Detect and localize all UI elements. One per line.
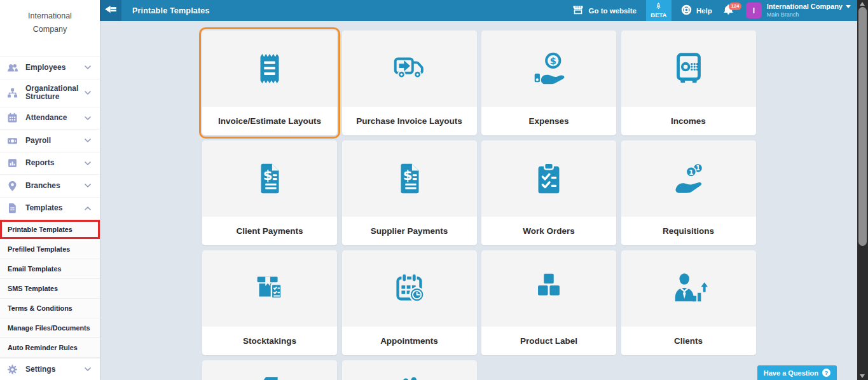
rocket-icon <box>655 3 662 11</box>
sidebar-subitem-label: Printable Templates <box>8 226 72 233</box>
sidebar-item-organizational-structure[interactable]: Organizational Structure <box>0 79 100 107</box>
card-label: Stocktakings <box>202 327 337 355</box>
sidebar-item-attendance[interactable]: Attendance <box>0 107 100 130</box>
logo-line2: Company <box>0 23 100 36</box>
sidebar-subitem-label: Manage Files/Documents <box>8 324 90 332</box>
sidebar-item-branches[interactable]: Branches <box>0 174 100 197</box>
question-mark-icon: ? <box>822 369 830 377</box>
card-invoice-estimate-layouts[interactable]: Invoice/Estimate Layouts <box>202 31 337 135</box>
delivery-truck-icon <box>342 31 477 107</box>
card-label: Clients <box>621 327 756 355</box>
have-a-question-button[interactable]: Have a Question ? <box>757 365 837 380</box>
sidebar-item-label: Settings <box>25 365 85 374</box>
sidebar-subitem-label: SMS Templates <box>8 285 58 292</box>
hand-coin-icon: $ <box>481 31 616 107</box>
scrollbar-thumb[interactable] <box>858 7 867 246</box>
sidebar-item-label: Employees <box>25 64 85 72</box>
calendar-clock-icon <box>342 250 477 327</box>
sidebar-subitem-label: Terms & Conditions <box>8 304 72 312</box>
svg-text:1: 1 <box>689 168 693 177</box>
company-name-label: International Company <box>767 3 843 11</box>
card-requisitions[interactable]: 11Requisitions <box>621 140 756 245</box>
notifications-button[interactable]: 124 <box>723 4 734 17</box>
templates-submenu: Printable TemplatesPrefilled TemplatesEm… <box>0 219 100 358</box>
collapse-arrow-icon <box>104 4 118 17</box>
sidebar-subitem-label: Auto Reminder Rules <box>8 344 78 351</box>
card-label: Appointments <box>342 327 477 355</box>
card-incomes[interactable]: Incomes <box>621 31 756 135</box>
company-dropdown[interactable]: International Company Main Branch <box>767 3 851 18</box>
chevron-down-icon <box>85 139 91 142</box>
scrollbar-down-arrow[interactable] <box>860 374 865 378</box>
sidebar-item-settings[interactable]: Settings <box>0 358 100 380</box>
chevron-down-icon <box>846 5 851 8</box>
logo-line1: International <box>0 10 100 23</box>
partial-shape-icon <box>202 360 337 380</box>
sidebar-item-reports[interactable]: Reports <box>0 152 100 175</box>
card-work-orders[interactable]: Work Orders <box>481 140 616 245</box>
card-appointments[interactable]: Appointments <box>342 250 477 355</box>
chevron-down-icon <box>85 161 91 165</box>
have-a-question-label: Have a Question <box>764 369 818 377</box>
avatar[interactable]: I <box>746 3 762 18</box>
sidebar: International Company EmployeesOrganizat… <box>0 0 100 380</box>
sidebar-item-templates[interactable]: Templates <box>0 197 100 220</box>
card-product-label[interactable]: Product Label <box>481 250 616 355</box>
payroll-icon <box>6 135 18 146</box>
sidebar-item-label: Organizational Structure <box>25 85 85 101</box>
card-supplier-payments[interactable]: $Supplier Payments <box>342 140 477 245</box>
beta-label: BETA <box>651 11 666 18</box>
sidebar-subitem-printable-templates[interactable]: Printable Templates <box>0 220 100 240</box>
gear-icon <box>6 364 18 375</box>
main-area: Printable Templates Go to website BETA <box>100 0 857 380</box>
card-expenses[interactable]: $Expenses <box>481 31 616 135</box>
card-purchase-invoice-layouts[interactable]: Purchase Invoice Layouts <box>342 31 477 135</box>
storefront-icon <box>572 5 584 16</box>
sidebar-subitem-sms-templates[interactable]: SMS Templates <box>0 279 100 299</box>
card-label: Work Orders <box>481 217 616 245</box>
sidebar-subitem-email-templates[interactable]: Email Templates <box>0 259 100 279</box>
card-label: Incomes <box>621 107 756 135</box>
card-stocktakings[interactable]: Stocktakings <box>202 250 337 355</box>
company-logo: International Company <box>0 0 100 56</box>
sidebar-subitem-manage-files-documents[interactable]: Manage Files/Documents <box>0 318 100 338</box>
sidebar-subitem-prefilled-templates[interactable]: Prefilled Templates <box>0 240 100 259</box>
card-label: Purchase Invoice Layouts <box>342 107 477 135</box>
go-to-website-button[interactable]: Go to website <box>572 5 636 16</box>
partial-dots-icon <box>342 360 477 380</box>
card-label: Requisitions <box>621 217 756 245</box>
card-label: Supplier Payments <box>342 217 477 245</box>
sidebar-item-payroll[interactable]: Payroll <box>0 129 100 152</box>
card-client-payments[interactable]: $Client Payments <box>202 140 337 245</box>
cubes-icon <box>481 250 616 327</box>
sidebar-item-employees[interactable]: Employees <box>0 56 100 79</box>
go-to-website-label: Go to website <box>588 7 636 15</box>
stock-box-icon <box>202 250 337 327</box>
safe-icon <box>621 31 756 107</box>
sidebar-item-label: Payroll <box>25 137 85 145</box>
vertical-scrollbar[interactable] <box>857 0 868 380</box>
beta-badge[interactable]: BETA <box>646 0 672 21</box>
chevron-down-icon <box>85 116 91 120</box>
app-window: International Company EmployeesOrganizat… <box>0 0 868 380</box>
card-clients[interactable]: Clients <box>621 250 756 355</box>
card-label: Invoice/Estimate Layouts <box>202 107 337 135</box>
payment-doc-icon: $ <box>202 140 337 217</box>
chevron-up-icon <box>85 207 91 210</box>
sidebar-item-label: Reports <box>25 159 85 167</box>
sidebar-collapse-button[interactable] <box>100 0 121 21</box>
card-label: Expenses <box>481 107 616 135</box>
chevron-down-icon <box>85 184 91 187</box>
card-partial[interactable] <box>342 360 477 380</box>
sidebar-subitem-auto-reminder-rules[interactable]: Auto Reminder Rules <box>0 338 100 358</box>
branch-name-label: Main Branch <box>767 11 851 18</box>
templates-doc-icon <box>6 203 18 214</box>
help-button[interactable]: Help <box>681 4 712 17</box>
sidebar-subitem-terms-conditions[interactable]: Terms & Conditions <box>0 299 100 318</box>
scrollbar-up-arrow[interactable] <box>860 2 865 6</box>
card-partial[interactable] <box>202 360 337 380</box>
topbar-right-group: Go to website BETA Help <box>572 0 857 21</box>
sidebar-item-label: Attendance <box>25 114 85 122</box>
card-label: Product Label <box>481 327 616 355</box>
chevron-down-icon <box>85 65 91 69</box>
